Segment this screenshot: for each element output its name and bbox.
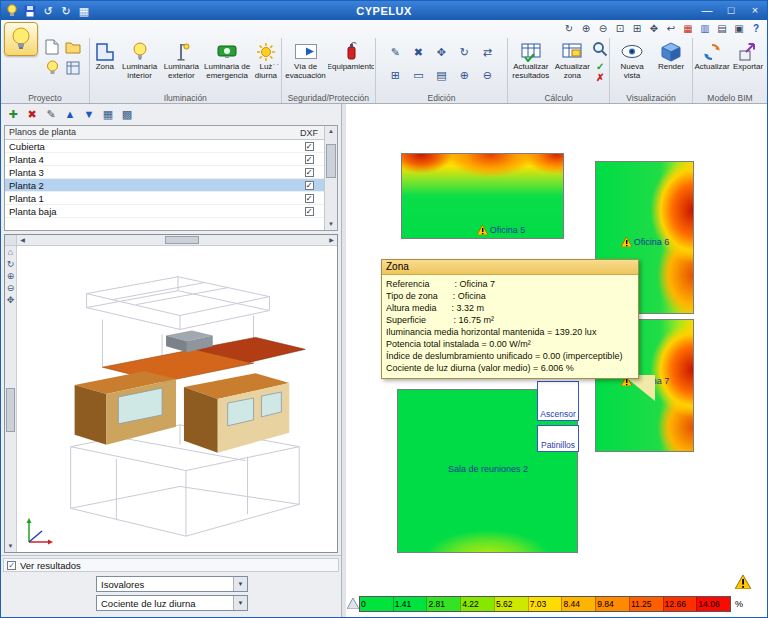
column-plan-name[interactable]: Planos de planta <box>5 126 294 139</box>
render-button[interactable]: Render <box>652 39 690 91</box>
open-job-icon[interactable] <box>64 38 82 56</box>
viewport-hscrollbar[interactable]: ◀ ▶ <box>17 235 337 246</box>
isovalores-select[interactable]: Isovalores ▼ <box>96 576 248 592</box>
marks-blue-icon[interactable]: ▥ <box>697 21 713 36</box>
hscroll-thumb[interactable] <box>165 236 199 244</box>
zoom-extents-icon[interactable]: ⊞ <box>629 21 645 36</box>
model-3d-viewport[interactable]: ◀ ▶ ⌂ ↻ ⊕ ⊖ ✥ ▼ <box>4 234 338 553</box>
vscroll-thumb[interactable] <box>6 388 15 432</box>
dxf-checkbox[interactable]: ✓ <box>305 207 314 216</box>
table-row-selected[interactable]: Planta 2 ✓ <box>5 179 324 192</box>
dropdown-arrow-icon[interactable]: ▼ <box>233 577 247 591</box>
app-menu-button[interactable] <box>4 22 38 56</box>
table-row[interactable]: Planta 4 ✓ <box>5 153 324 166</box>
table-row[interactable]: Planta 3 ✓ <box>5 166 324 179</box>
dialog-launcher-icon[interactable]: ··· <box>269 60 280 69</box>
dxf-manager-icon[interactable]: ▦ <box>100 106 116 122</box>
ver-resultados-checkbox[interactable]: ✓ <box>7 561 16 570</box>
delete-plan-icon[interactable]: ✖ <box>24 106 40 122</box>
close-button[interactable]: × <box>743 2 767 19</box>
add-plan-icon[interactable]: ✚ <box>5 106 21 122</box>
bim-actualizar-button[interactable]: Actualizar <box>694 39 730 91</box>
help-icon[interactable]: ? <box>748 21 764 36</box>
move-down-icon[interactable]: ▼ <box>81 106 97 122</box>
move-up-icon[interactable]: ▲ <box>62 106 78 122</box>
dxf-checkbox[interactable]: ✓ <box>305 142 314 151</box>
scroll-down-icon[interactable]: ▼ <box>5 541 16 552</box>
equipamiento-button[interactable]: Equipamiento <box>328 39 374 91</box>
detach-icon[interactable]: ⊖ <box>476 65 499 88</box>
table-row[interactable]: Planta 1 ✓ <box>5 192 324 205</box>
nueva-vista-button[interactable]: Nueva vista <box>612 39 652 91</box>
dropdown-arrow-icon[interactable]: ▼ <box>233 596 247 610</box>
table-row[interactable]: Cubierta ✓ <box>5 140 324 153</box>
view-pan-icon[interactable]: ✥ <box>7 294 15 306</box>
pan-icon[interactable]: ✥ <box>646 21 662 36</box>
view-rotate-icon[interactable]: ↻ <box>7 258 15 270</box>
magnitude-select[interactable]: Cociente de luz diurna ▼ <box>96 595 248 611</box>
bim-exportar-button[interactable]: Exportar <box>730 39 766 91</box>
layers-icon[interactable]: ▤ <box>430 65 453 88</box>
warning-icon[interactable] <box>735 575 751 593</box>
edit-icon[interactable]: ✎ <box>384 42 407 65</box>
scroll-up-icon[interactable]: ▲ <box>326 126 337 137</box>
scroll-left-icon[interactable]: ◀ <box>17 235 28 246</box>
dxf-checkbox[interactable]: ✓ <box>305 155 314 164</box>
table-row[interactable]: Planta baja ✓ <box>5 205 324 218</box>
rotate-icon[interactable]: ↻ <box>453 42 476 65</box>
view-home-icon[interactable]: ⌂ <box>8 246 13 258</box>
actualizar-resultados-button[interactable]: Actualizar resultados <box>509 39 552 91</box>
dxf-checkbox[interactable]: ✓ <box>305 168 314 177</box>
previous-view-icon[interactable]: ↩ <box>663 21 679 36</box>
zoom-in-icon[interactable]: ⊕ <box>578 21 594 36</box>
maximize-button[interactable]: □ <box>719 2 743 19</box>
job-bulb-icon[interactable] <box>43 59 61 77</box>
redo-icon[interactable]: ↻ <box>58 4 74 18</box>
column-dxf[interactable]: DXF <box>294 126 324 139</box>
viewport-vscrollbar[interactable] <box>5 306 16 541</box>
luminaria-emergencia-button[interactable]: Luminaria de emergencia <box>202 39 252 91</box>
views-manager-icon[interactable]: ▩ <box>119 106 135 122</box>
dxf-checkbox[interactable]: ✓ <box>305 194 314 203</box>
minimize-button[interactable]: — <box>695 2 719 19</box>
scroll-thumb[interactable] <box>326 144 336 178</box>
zoom-out-icon[interactable]: ⊖ <box>595 21 611 36</box>
job-options-icon[interactable] <box>64 59 82 77</box>
view-zoom-in-icon[interactable]: ⊕ <box>7 270 15 282</box>
shaft-ascensor[interactable]: Ascensor <box>537 381 579 421</box>
via-evacuacion-button[interactable]: Vía de evacuación <box>283 39 329 91</box>
plan-canvas[interactable]: Oficina 5 Oficina 6 Oficina 7 Sala de re… <box>346 104 767 617</box>
stretch-icon[interactable]: ▭ <box>407 65 430 88</box>
marks-red-icon[interactable]: ▦ <box>680 21 696 36</box>
move-icon[interactable]: ✥ <box>430 42 453 65</box>
delete-icon[interactable]: ✖ <box>407 42 430 65</box>
zona-button[interactable]: Zona <box>91 39 119 91</box>
scroll-right-icon[interactable]: ▶ <box>326 235 337 246</box>
app-icon[interactable] <box>4 4 20 18</box>
building-3d-model[interactable] <box>17 246 337 552</box>
attach-icon[interactable]: ⊕ <box>453 65 476 88</box>
actualizar-zona-button[interactable]: Actualizar zona <box>553 39 593 91</box>
ver-resultados-label: Ver resultados <box>20 560 81 571</box>
save-icon[interactable] <box>22 4 38 18</box>
inspect-zone-icon[interactable] <box>592 41 608 61</box>
dxf-checkbox[interactable]: ✓ <box>305 181 314 190</box>
window-layout-icon[interactable]: ▦ <box>76 4 92 18</box>
table-scrollbar[interactable]: ▲ ▼ <box>324 126 337 230</box>
shaft-patinillos[interactable]: Patinillos <box>537 425 579 452</box>
accept-icon[interactable]: ✓ <box>596 61 604 72</box>
copy-icon[interactable]: ⊞ <box>384 65 407 88</box>
panel-view-icon[interactable]: ▣ <box>731 21 747 36</box>
view-zoom-out-icon[interactable]: ⊖ <box>7 282 15 294</box>
luminaria-interior-button[interactable]: Luminaria interior <box>119 39 161 91</box>
mirror-icon[interactable]: ⇄ <box>476 42 499 65</box>
cancel-icon[interactable]: ✗ <box>596 72 604 83</box>
redraw-icon[interactable]: ↻ <box>561 21 577 36</box>
scroll-down-icon[interactable]: ▼ <box>326 219 337 230</box>
edit-plan-icon[interactable]: ✎ <box>43 106 59 122</box>
new-job-icon[interactable] <box>43 38 61 56</box>
undo-icon[interactable]: ↺ <box>40 4 56 18</box>
list-view-icon[interactable]: ▤ <box>714 21 730 36</box>
luminaria-exterior-button[interactable]: Luminaria exterior <box>160 39 202 91</box>
zoom-window-icon[interactable]: ⊡ <box>612 21 628 36</box>
